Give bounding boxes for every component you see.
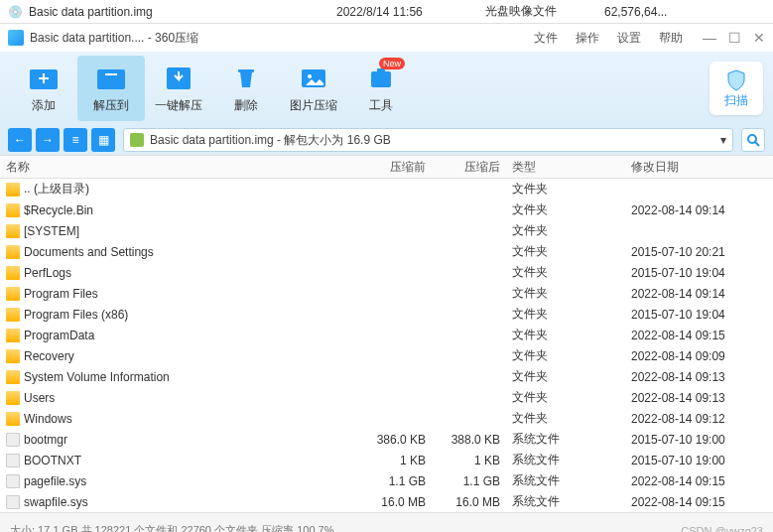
file-type: 文件夹 <box>506 285 625 302</box>
file-list: .. (上级目录)文件夹$Recycle.Bin文件夹2022-08-14 09… <box>0 179 773 512</box>
pathbar: ← → ≡ ▦ Basic data partition.img - 解包大小为… <box>0 125 773 155</box>
folder-icon <box>6 391 20 405</box>
file-name: Program Files (x86) <box>24 308 128 322</box>
add-icon <box>26 64 62 91</box>
file-row[interactable]: Windows文件夹2022-08-14 09:12 <box>0 408 773 429</box>
menu-operate[interactable]: 操作 <box>576 30 599 47</box>
svg-rect-1 <box>97 69 125 89</box>
file-row[interactable]: Program Files文件夹2022-08-14 09:14 <box>0 283 773 304</box>
file-date: 2022-08-14 09:15 <box>625 329 773 342</box>
maximize-button[interactable]: ☐ <box>728 30 741 46</box>
file-row[interactable]: PerfLogs文件夹2015-07-10 19:04 <box>0 262 773 283</box>
col-date[interactable]: 修改日期 <box>625 159 773 176</box>
size-before: 1.1 GB <box>357 474 432 488</box>
list-view-button[interactable]: ≡ <box>64 128 87 152</box>
file-info-bar: 💿 Basic data partition.img 2022/8/14 11:… <box>0 0 773 24</box>
one-click-icon <box>161 64 196 91</box>
grid-view-button[interactable]: ▦ <box>91 128 115 152</box>
back-button[interactable]: ← <box>8 128 32 152</box>
file-type: 系统文件 <box>506 493 625 510</box>
scan-button[interactable]: 扫描 <box>709 62 763 115</box>
file-type: 系统文件 <box>506 472 625 489</box>
toolbar: 添加 解压到 一键解压 删除 图片压缩 New 工具 扫描 <box>0 52 773 125</box>
file-name: [SYSTEM] <box>24 224 79 238</box>
menu-bar: 文件 操作 设置 帮助 <box>534 30 683 47</box>
trash-icon <box>228 64 264 91</box>
menu-help[interactable]: 帮助 <box>659 30 683 47</box>
file-name: pagefile.sys <box>24 474 86 488</box>
search-button[interactable] <box>741 128 765 152</box>
file-type: 文件夹 <box>506 410 625 427</box>
size-after: 16.0 MB <box>432 495 506 509</box>
col-after[interactable]: 压缩后 <box>432 159 506 176</box>
add-button[interactable]: 添加 <box>10 56 77 121</box>
file-date: 2022-08-14 09:13 <box>625 370 773 384</box>
file-row[interactable]: $Recycle.Bin文件夹2022-08-14 09:14 <box>0 200 773 220</box>
minimize-button[interactable]: — <box>703 30 716 46</box>
titlebar: Basic data partition.... - 360压缩 文件 操作 设… <box>0 24 773 52</box>
file-name: .. (上级目录) <box>24 181 89 198</box>
file-name: bootmgr <box>24 433 67 447</box>
file-date: 2015-07-10 19:04 <box>625 266 773 280</box>
app-icon <box>8 30 24 46</box>
image-compress-button[interactable]: 图片压缩 <box>280 56 347 121</box>
size-after: 1 KB <box>432 454 506 467</box>
extract-to-button[interactable]: 解压到 <box>77 56 145 121</box>
file-name: swapfile.sys <box>24 495 88 509</box>
folder-icon <box>6 329 20 342</box>
file-type: 文件夹 <box>506 306 625 323</box>
svg-rect-4 <box>238 69 254 72</box>
file-row[interactable]: ProgramData文件夹2022-08-14 09:15 <box>0 325 773 345</box>
file-date: 2015-07-10 19:00 <box>625 454 773 467</box>
tools-icon: New <box>363 64 399 91</box>
disc-icon: 💿 <box>8 5 23 19</box>
folder-icon <box>6 224 20 238</box>
svg-rect-2 <box>105 73 117 75</box>
file-name: Documents and Settings <box>24 245 154 259</box>
info-date: 2022/8/14 11:56 <box>336 5 485 19</box>
path-input[interactable]: Basic data partition.img - 解包大小为 16.9 GB… <box>123 128 733 152</box>
dropdown-icon[interactable]: ▾ <box>720 133 726 147</box>
col-name[interactable]: 名称 <box>0 159 357 176</box>
folder-icon <box>6 245 20 259</box>
info-size: 62,576,64... <box>604 5 765 19</box>
col-type[interactable]: 类型 <box>506 159 625 176</box>
file-date: 2015-07-10 19:04 <box>625 308 773 322</box>
file-row[interactable]: swapfile.sys16.0 MB16.0 MB系统文件2022-08-14… <box>0 491 773 512</box>
file-icon <box>6 433 20 447</box>
menu-settings[interactable]: 设置 <box>617 30 641 47</box>
file-row[interactable]: bootmgr386.0 KB388.0 KB系统文件2015-07-10 19… <box>0 429 773 450</box>
one-click-extract-button[interactable]: 一键解压 <box>145 56 212 121</box>
file-type: 系统文件 <box>506 452 625 468</box>
watermark: CSDN @ywzq23 <box>681 525 763 533</box>
close-button[interactable]: ✕ <box>753 30 765 46</box>
col-before[interactable]: 压缩前 <box>357 159 432 176</box>
file-row[interactable]: System Volume Information文件夹2022-08-14 0… <box>0 366 773 387</box>
file-type: 文件夹 <box>506 264 625 281</box>
status-bar: 大小: 17.1 GB 共 128221 个文件和 22760 个文件夹 压缩率… <box>0 512 773 532</box>
file-name: Recovery <box>24 349 74 363</box>
menu-file[interactable]: 文件 <box>534 30 558 47</box>
size-before: 386.0 KB <box>357 433 432 447</box>
file-date: 2015-07-10 20:21 <box>625 245 773 259</box>
folder-icon <box>6 183 20 197</box>
file-row[interactable]: Documents and Settings文件夹2015-07-10 20:2… <box>0 241 773 262</box>
file-row[interactable]: Users文件夹2022-08-14 09:13 <box>0 387 773 408</box>
extract-icon <box>93 64 129 91</box>
file-row[interactable]: Recovery文件夹2022-08-14 09:09 <box>0 345 773 366</box>
svg-rect-7 <box>371 71 391 87</box>
tools-button[interactable]: New 工具 <box>347 56 415 121</box>
file-row[interactable]: .. (上级目录)文件夹 <box>0 179 773 200</box>
file-date: 2022-08-14 09:15 <box>625 474 773 488</box>
file-name: BOOTNXT <box>24 454 81 467</box>
forward-button[interactable]: → <box>36 128 60 152</box>
new-badge: New <box>379 58 405 69</box>
file-row[interactable]: BOOTNXT1 KB1 KB系统文件2015-07-10 19:00 <box>0 450 773 470</box>
file-row[interactable]: [SYSTEM]文件夹 <box>0 220 773 241</box>
file-type: 文件夹 <box>506 243 625 260</box>
file-row[interactable]: pagefile.sys1.1 GB1.1 GB系统文件2022-08-14 0… <box>0 470 773 491</box>
file-row[interactable]: Program Files (x86)文件夹2015-07-10 19:04 <box>0 304 773 325</box>
folder-icon <box>6 370 20 384</box>
file-type: 系统文件 <box>506 431 625 448</box>
delete-button[interactable]: 删除 <box>212 56 280 121</box>
